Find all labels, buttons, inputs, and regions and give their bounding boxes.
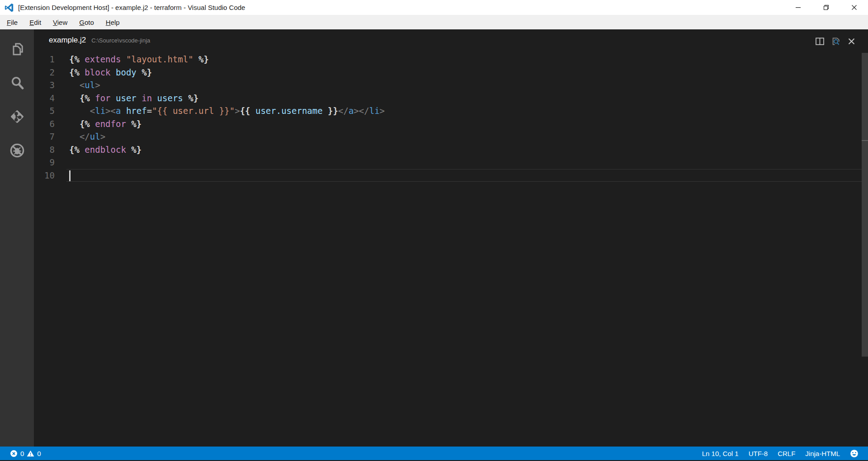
activitybar-debug[interactable] bbox=[0, 133, 34, 167]
code-token bbox=[111, 93, 116, 103]
code-token: a bbox=[349, 106, 354, 116]
code-token bbox=[69, 119, 80, 129]
menu-help[interactable]: Help bbox=[100, 19, 126, 26]
code-token: in bbox=[142, 93, 152, 103]
code-token: {% bbox=[69, 145, 80, 155]
code-token bbox=[80, 67, 85, 77]
code-token: {% bbox=[80, 119, 90, 129]
code-line[interactable]: 10 bbox=[34, 169, 868, 182]
code-token: %} bbox=[131, 119, 142, 129]
errors-count: 0 bbox=[20, 450, 24, 457]
code-token: a bbox=[116, 106, 121, 116]
menu-mnemonic: E bbox=[29, 19, 34, 26]
code-token: endfor bbox=[95, 119, 126, 129]
split-editor-button[interactable] bbox=[815, 36, 825, 46]
line-number: 10 bbox=[34, 169, 55, 182]
line-number: 2 bbox=[34, 66, 55, 79]
activitybar-search[interactable] bbox=[0, 66, 34, 99]
window-controls bbox=[784, 0, 868, 15]
statusbar-right: Ln 10, Col 1UTF-8CRLFJinja-HTML bbox=[697, 449, 863, 458]
code-token: {% bbox=[69, 54, 80, 64]
code-token: %} bbox=[142, 67, 152, 77]
close-window-icon bbox=[851, 5, 857, 10]
code-line[interactable]: 5 <li><a href="{{ user.url }}">{{ user.u… bbox=[34, 104, 868, 118]
line-number: 9 bbox=[34, 156, 55, 169]
code-line[interactable]: 6 {% endfor %} bbox=[34, 118, 868, 131]
menu-view[interactable]: View bbox=[47, 19, 73, 26]
editor-actions bbox=[815, 29, 856, 53]
line-number: 6 bbox=[34, 118, 55, 131]
code-line[interactable]: 2{% block body %} bbox=[34, 66, 868, 79]
line-content: <li><a href="{{ user.url }}">{{ user.use… bbox=[69, 104, 868, 118]
language-mode-label: Jinja-HTML bbox=[805, 450, 840, 457]
statusbar: 00 Ln 10, Col 1UTF-8CRLFJinja-HTML bbox=[0, 447, 868, 460]
code-token bbox=[90, 119, 95, 129]
restore-button[interactable] bbox=[812, 0, 840, 15]
line-content: <ul> bbox=[69, 79, 868, 92]
code-line[interactable]: 9 bbox=[34, 156, 868, 169]
warnings-count: 0 bbox=[37, 450, 41, 457]
menu-goto[interactable]: Goto bbox=[73, 19, 100, 26]
code-area[interactable]: 1{% extends "layout.html" %}2{% block bo… bbox=[34, 53, 868, 182]
git-icon bbox=[9, 108, 25, 125]
window-title: [Extension Development Host] - example.j… bbox=[18, 4, 245, 11]
text-cursor bbox=[69, 170, 71, 181]
code-token: %} bbox=[188, 93, 198, 103]
line-content: {% endfor %} bbox=[69, 118, 868, 131]
code-token: li bbox=[369, 106, 380, 116]
status-language-mode[interactable]: Jinja-HTML bbox=[800, 450, 845, 457]
code-token: > bbox=[95, 80, 100, 90]
line-number: 1 bbox=[34, 53, 55, 66]
files-icon bbox=[9, 41, 25, 57]
cursor-position-label: Ln 10, Col 1 bbox=[702, 450, 739, 457]
line-number: 5 bbox=[34, 104, 55, 118]
close-editor-button[interactable] bbox=[846, 36, 856, 46]
code-token bbox=[137, 93, 142, 103]
close-button[interactable] bbox=[840, 0, 868, 15]
menu-edit[interactable]: Edit bbox=[24, 19, 47, 26]
code-line[interactable]: 1{% extends "layout.html" %} bbox=[34, 53, 868, 66]
code-token: extends bbox=[85, 54, 121, 64]
line-content: </ul> bbox=[69, 130, 868, 143]
code-token: href bbox=[126, 106, 147, 116]
vscode-logo-icon bbox=[4, 3, 14, 13]
code-line[interactable]: 3 <ul> bbox=[34, 79, 868, 92]
code-token bbox=[69, 106, 90, 116]
code-token bbox=[69, 132, 80, 141]
open-preview-button[interactable] bbox=[830, 36, 840, 46]
problems-status[interactable]: 00 bbox=[5, 450, 41, 457]
menu-file[interactable]: File bbox=[1, 19, 24, 26]
code-token bbox=[137, 67, 142, 77]
status-feedback[interactable] bbox=[845, 449, 863, 458]
status-cursor-position[interactable]: Ln 10, Col 1 bbox=[697, 450, 744, 457]
code-token: body bbox=[116, 67, 137, 77]
code-token: < bbox=[80, 80, 85, 90]
menu-mnemonic: F bbox=[7, 19, 11, 26]
code-line[interactable]: 7 </ul> bbox=[34, 130, 868, 143]
editor-scrollbar[interactable] bbox=[862, 53, 868, 447]
code-token: ul bbox=[90, 132, 100, 141]
status-eol[interactable]: CRLF bbox=[773, 450, 800, 457]
editor[interactable]: example.j2 C:\Source\vscode-jinja 1{% ex… bbox=[34, 29, 868, 447]
code-token: li bbox=[95, 106, 105, 116]
code-token bbox=[193, 54, 198, 64]
minimize-button[interactable] bbox=[784, 0, 812, 15]
open-preview-icon bbox=[831, 37, 840, 46]
split-editor-icon bbox=[815, 37, 825, 46]
restore-icon bbox=[823, 5, 829, 10]
code-token: block bbox=[85, 67, 110, 77]
code-token: %} bbox=[131, 145, 142, 155]
line-number: 3 bbox=[34, 79, 55, 92]
scrollbar-slider[interactable] bbox=[862, 53, 868, 357]
code-line[interactable]: 8{% endblock %} bbox=[34, 143, 868, 156]
code-token: > bbox=[105, 106, 110, 116]
code-token bbox=[69, 80, 80, 90]
activitybar-source-control[interactable] bbox=[0, 99, 34, 133]
code-line[interactable]: 4 {% for user in users %} bbox=[34, 92, 868, 105]
menu-mnemonic: H bbox=[106, 19, 111, 26]
status-encoding[interactable]: UTF-8 bbox=[744, 450, 773, 457]
code-token: "{{ user.url }}" bbox=[152, 106, 235, 116]
line-content bbox=[66, 169, 868, 182]
code-token bbox=[80, 54, 85, 64]
activitybar-explorer[interactable] bbox=[0, 32, 34, 66]
